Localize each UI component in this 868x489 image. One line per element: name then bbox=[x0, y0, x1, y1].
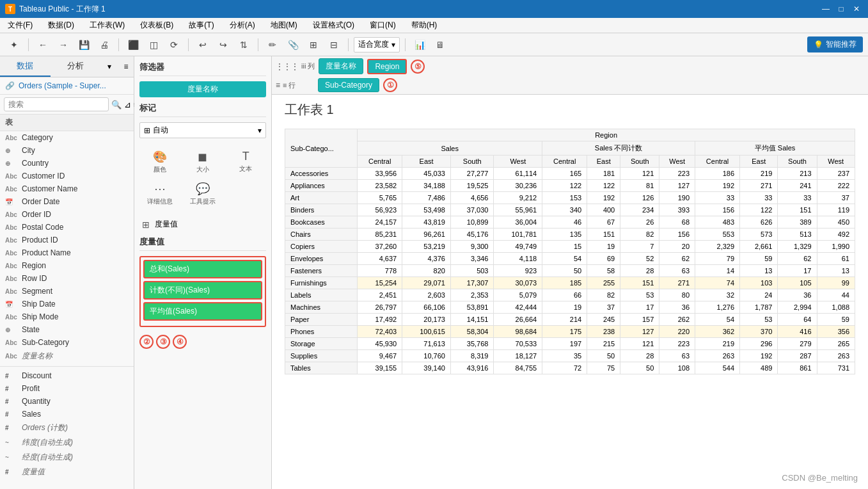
tab-data[interactable]: 数据 bbox=[0, 56, 51, 77]
table-cell: 263 bbox=[695, 350, 740, 362]
fit-dropdown[interactable]: 适合宽度 ▾ bbox=[354, 37, 400, 52]
marks-size-button[interactable]: ◼ 大小 bbox=[182, 147, 223, 177]
menu-window[interactable]: 窗口(N) bbox=[367, 19, 398, 32]
new-button[interactable]: ✦ bbox=[5, 36, 23, 54]
separator-6 bbox=[405, 38, 406, 51]
filter-pill-measure-names[interactable]: 度量名称 bbox=[139, 81, 266, 97]
filter-icon[interactable]: ⊿ bbox=[124, 100, 131, 109]
field-order-date[interactable]: 📅 Order Date bbox=[0, 195, 134, 208]
field-measure-values[interactable]: # 度量值 bbox=[0, 465, 134, 479]
field-type-icon: Abc bbox=[5, 250, 18, 257]
field-sub-category[interactable]: Abc Sub-Category bbox=[0, 336, 134, 349]
save-button[interactable]: 💾 bbox=[75, 36, 93, 54]
search-icon[interactable]: 🔍 bbox=[111, 100, 122, 109]
menu-analysis[interactable]: 分析(A) bbox=[227, 19, 258, 32]
measure-pills-container: 总和(Sales) 计数(不同)(Sales) 平均值(Sales) bbox=[139, 256, 266, 327]
field-latitude[interactable]: ~ 纬度(自动生成) bbox=[0, 435, 134, 450]
table-cell: 7 bbox=[620, 241, 659, 253]
print-button[interactable]: 🖨 bbox=[95, 36, 113, 54]
menu-dashboard[interactable]: 仪表板(B) bbox=[138, 19, 176, 32]
field-ship-date[interactable]: 📅 Ship Date bbox=[0, 298, 134, 310]
marks-detail-button[interactable]: ⋯ 详细信息 bbox=[139, 179, 180, 209]
field-postal-code[interactable]: Abc Postal Code bbox=[0, 221, 134, 234]
maximize-button[interactable]: □ bbox=[835, 4, 848, 14]
sidebar-options-button[interactable]: ▾ bbox=[100, 56, 118, 77]
data-source-link[interactable]: 🔗 Orders (Sample - Super... bbox=[0, 77, 134, 95]
search-bar: 🔍 ⊿ ≡ bbox=[0, 95, 134, 115]
measure-count-sales[interactable]: 计数(不同)(Sales) bbox=[143, 281, 262, 300]
table-cell: 356 bbox=[817, 326, 855, 338]
clip-button[interactable]: 📎 bbox=[284, 36, 302, 54]
field-orders-count[interactable]: # Orders (计数) bbox=[0, 421, 134, 435]
undo-button[interactable]: ↩ bbox=[194, 36, 212, 54]
table-cell: 70,533 bbox=[494, 338, 542, 350]
chart2-button[interactable]: 🖥 bbox=[431, 36, 449, 54]
field-quantity[interactable]: # Quantity bbox=[0, 395, 134, 408]
forward-button[interactable]: → bbox=[54, 36, 72, 54]
field-category[interactable]: Abc Category bbox=[0, 131, 134, 144]
close-button[interactable]: ✕ bbox=[850, 4, 863, 14]
field-city[interactable]: ⊕ City bbox=[0, 144, 134, 157]
back-button[interactable]: ← bbox=[34, 36, 52, 54]
menu-worksheet[interactable]: 工作表(W) bbox=[87, 19, 127, 32]
col-east-1: East bbox=[402, 156, 451, 168]
measure-total-sales[interactable]: 总和(Sales) bbox=[143, 260, 262, 278]
table-cell: 53,498 bbox=[402, 204, 451, 216]
table-cell: 10,899 bbox=[450, 216, 494, 228]
menu-file[interactable]: 文件(F) bbox=[5, 19, 35, 32]
field-sales[interactable]: # Sales bbox=[0, 408, 134, 421]
field-row-id[interactable]: Abc Row ID bbox=[0, 272, 134, 285]
measure-avg-sales[interactable]: 平均值(Sales) bbox=[143, 302, 262, 321]
menu-map[interactable]: 地图(M) bbox=[268, 19, 300, 32]
table-cell: 82 bbox=[620, 228, 659, 241]
window-controls[interactable]: — □ ✕ bbox=[819, 4, 863, 14]
sidebar-list-button[interactable]: ≡ bbox=[118, 56, 134, 77]
marks-tooltip-button[interactable]: 💬 工具提示 bbox=[182, 179, 223, 209]
pencil-button[interactable]: ✏ bbox=[264, 36, 281, 54]
field-order-id[interactable]: Abc Order ID bbox=[0, 208, 134, 221]
field-longitude[interactable]: ~ 经度(自动生成) bbox=[0, 450, 134, 465]
minimize-button[interactable]: — bbox=[819, 4, 832, 14]
extract-button[interactable]: ◫ bbox=[145, 36, 162, 54]
table-cell: 2,353 bbox=[450, 289, 494, 301]
smart-recommend-button[interactable]: 💡 智能推荐 bbox=[807, 36, 863, 52]
menu-format[interactable]: 设置格式(O) bbox=[310, 19, 357, 32]
field-customer-name[interactable]: Abc Customer Name bbox=[0, 182, 134, 195]
search-input[interactable] bbox=[4, 97, 109, 111]
connect-button[interactable]: ⬛ bbox=[124, 36, 142, 54]
rows-pill-sub-category[interactable]: Sub-Category bbox=[318, 78, 379, 92]
menu-story[interactable]: 故事(T) bbox=[186, 19, 216, 32]
columns-pill-measure-names[interactable]: 度量名称 bbox=[319, 58, 363, 74]
marks-type-dropdown[interactable]: ⊞ 自动 ▾ bbox=[139, 122, 266, 138]
refresh-button[interactable]: ⟳ bbox=[165, 36, 183, 54]
marks-text-button[interactable]: T 文本 bbox=[226, 147, 266, 177]
table-cell: 30,236 bbox=[494, 180, 542, 192]
field-product-name[interactable]: Abc Product Name bbox=[0, 246, 134, 259]
expand-button[interactable]: ⊟ bbox=[325, 36, 343, 54]
table-row: Binders bbox=[285, 204, 358, 216]
menu-help[interactable]: 帮助(H) bbox=[409, 19, 440, 32]
chart1-button[interactable]: 📊 bbox=[411, 36, 429, 54]
menu-data[interactable]: 数据(D) bbox=[45, 19, 77, 32]
table-button[interactable]: ⊞ bbox=[304, 36, 322, 54]
field-profit[interactable]: # Profit bbox=[0, 382, 134, 395]
field-segment[interactable]: Abc Segment bbox=[0, 285, 134, 298]
tab-analysis[interactable]: 分析 bbox=[51, 56, 101, 77]
marks-color-button[interactable]: 🎨 颜色 bbox=[139, 147, 180, 177]
field-measure-names[interactable]: Abc 度量名称 bbox=[0, 349, 134, 364]
table-cell: 9,467 bbox=[358, 350, 402, 362]
field-region[interactable]: Abc Region bbox=[0, 259, 134, 272]
field-state[interactable]: ⊕ State bbox=[0, 323, 134, 336]
redo-button[interactable]: ↪ bbox=[214, 36, 232, 54]
field-type-icon: Abc bbox=[5, 134, 18, 141]
field-product-id[interactable]: Abc Product ID bbox=[0, 234, 134, 246]
field-country[interactable]: ⊕ Country bbox=[0, 157, 134, 170]
table-cell: 27,277 bbox=[450, 168, 494, 180]
table-cell: 287 bbox=[778, 350, 817, 362]
field-customer-id[interactable]: Abc Customer ID bbox=[0, 170, 134, 182]
field-ship-mode[interactable]: Abc Ship Mode bbox=[0, 310, 134, 323]
columns-pill-region[interactable]: Region bbox=[367, 59, 407, 74]
field-type-icon: Abc bbox=[5, 314, 18, 321]
field-discount[interactable]: # Discount bbox=[0, 369, 134, 382]
sort-button[interactable]: ⇅ bbox=[235, 36, 253, 54]
